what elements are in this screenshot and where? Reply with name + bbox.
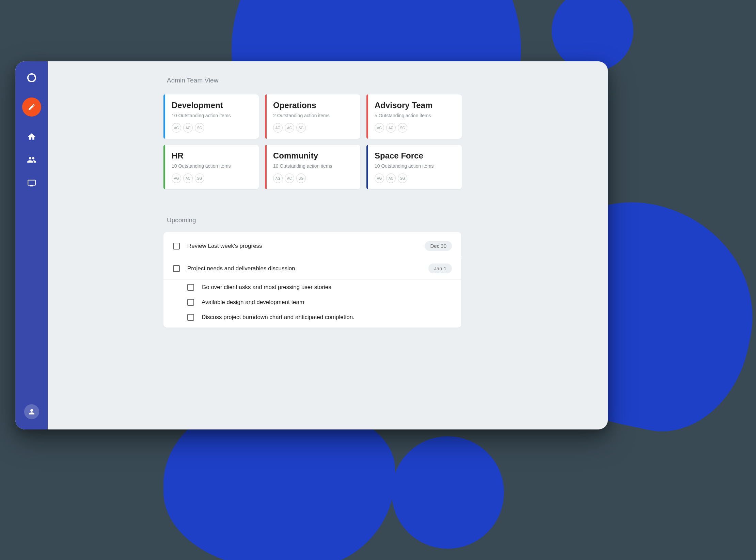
avatar-row: AGACSG	[273, 173, 353, 183]
avatar-chip: SG	[398, 173, 407, 183]
team-card[interactable]: Development10 Outstanding action itemsAG…	[163, 94, 259, 139]
avatar-row: AGACSG	[273, 123, 353, 133]
avatar-chip: AC	[183, 123, 193, 133]
nav-home[interactable]	[27, 132, 36, 141]
svg-point-5	[27, 76, 29, 77]
team-card-subtitle: 10 Outstanding action items	[172, 113, 252, 118]
bg-circle-5	[392, 436, 504, 549]
avatar-chip: AC	[386, 173, 396, 183]
team-card[interactable]: Operations2 Outstanding action itemsAGAC…	[265, 94, 360, 139]
avatar-chip: AG	[375, 123, 384, 133]
pencil-icon	[28, 103, 36, 111]
team-card-subtitle: 10 Outstanding action items	[273, 163, 353, 169]
sidebar-bottom	[24, 404, 39, 419]
team-cards-grid: Development10 Outstanding action itemsAG…	[163, 94, 587, 189]
team-card-title: Advisory Team	[375, 101, 455, 110]
team-card-title: Community	[273, 151, 353, 161]
sidebar	[15, 61, 48, 429]
avatar-chip: AG	[375, 173, 384, 183]
team-card-title: Operations	[273, 101, 353, 110]
avatar-chip: AG	[172, 173, 181, 183]
team-card[interactable]: Community10 Outstanding action itemsAGAC…	[265, 145, 360, 189]
avatar-row: AGACSG	[172, 123, 252, 133]
page-title: Admin Team View	[167, 77, 587, 84]
avatar-chip: SG	[398, 123, 407, 133]
team-card-title: Space Force	[375, 151, 455, 161]
create-button[interactable]	[22, 97, 41, 117]
home-icon	[27, 132, 36, 141]
item-text: Project needs and deliverables discussio…	[187, 265, 428, 272]
main-content: Admin Team View Development10 Outstandin…	[48, 61, 608, 429]
nav-monitor[interactable]	[27, 178, 36, 188]
sidebar-nav	[27, 132, 36, 188]
avatar-row: AGACSG	[375, 173, 455, 183]
item-text: Go over client asks and most pressing us…	[202, 284, 452, 291]
date-chip: Jan 1	[428, 263, 452, 273]
avatar-chip: AC	[386, 123, 396, 133]
avatar-chip: SG	[195, 123, 204, 133]
app-window: Admin Team View Development10 Outstandin…	[15, 61, 608, 429]
avatar-chip: SG	[195, 173, 204, 183]
upcoming-subitem: Go over client asks and most pressing us…	[163, 280, 461, 295]
date-chip: Dec 30	[425, 241, 452, 251]
svg-point-2	[34, 76, 35, 77]
team-card[interactable]: HR10 Outstanding action itemsAGACSG	[163, 145, 259, 189]
profile-button[interactable]	[24, 404, 39, 419]
team-card-subtitle: 10 Outstanding action items	[375, 163, 455, 169]
nav-people[interactable]	[27, 155, 36, 165]
monitor-icon	[27, 179, 36, 187]
bg-circle-2	[552, 0, 633, 72]
avatar-chip: AG	[273, 123, 283, 133]
avatar-chip: AC	[183, 173, 193, 183]
item-text: Discuss project burndown chart and antic…	[202, 314, 452, 321]
team-card-subtitle: 5 Outstanding action items	[375, 113, 455, 118]
team-card-title: HR	[172, 151, 252, 161]
app-logo-icon	[26, 72, 38, 84]
team-card-title: Development	[172, 101, 252, 110]
avatar-chip: AG	[172, 123, 181, 133]
avatar-chip: SG	[296, 173, 306, 183]
svg-point-3	[34, 80, 35, 81]
item-text: Review Last week's progress	[187, 243, 425, 249]
team-card-subtitle: 10 Outstanding action items	[172, 163, 252, 169]
svg-point-4	[28, 80, 29, 81]
upcoming-subitem: Discuss project burndown chart and antic…	[163, 310, 461, 325]
checkbox[interactable]	[173, 243, 180, 249]
avatar-chip: AG	[273, 173, 283, 183]
checkbox[interactable]	[173, 265, 180, 272]
person-icon	[28, 408, 36, 416]
avatar-row: AGACSG	[172, 173, 252, 183]
team-card[interactable]: Space Force10 Outstanding action itemsAG…	[366, 145, 462, 189]
upcoming-item: Project needs and deliverables discussio…	[163, 257, 461, 280]
svg-point-1	[31, 73, 32, 75]
checkbox[interactable]	[187, 314, 194, 321]
checkbox[interactable]	[187, 284, 194, 291]
avatar-chip: AC	[285, 123, 294, 133]
people-icon	[27, 155, 36, 165]
team-card[interactable]: Advisory Team5 Outstanding action itemsA…	[366, 94, 462, 139]
upcoming-item: Review Last week's progressDec 30	[163, 235, 461, 257]
avatar-row: AGACSG	[375, 123, 455, 133]
upcoming-panel: Review Last week's progressDec 30Project…	[163, 232, 461, 328]
upcoming-subitem: Available design and development team	[163, 295, 461, 310]
team-card-subtitle: 2 Outstanding action items	[273, 113, 353, 118]
item-text: Available design and development team	[202, 299, 452, 306]
upcoming-title: Upcoming	[167, 216, 587, 224]
avatar-chip: AC	[285, 173, 294, 183]
avatar-chip: SG	[296, 123, 306, 133]
checkbox[interactable]	[187, 299, 194, 306]
